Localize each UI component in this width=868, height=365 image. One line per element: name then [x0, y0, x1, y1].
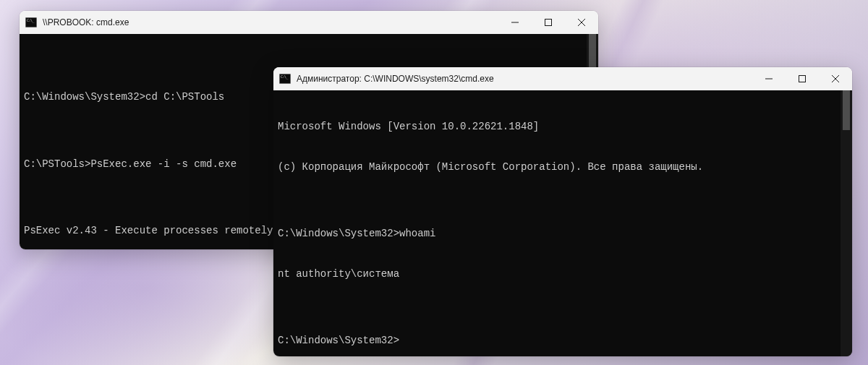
cmd-icon — [279, 73, 291, 85]
titlebar[interactable]: Администратор: C:\WINDOWS\system32\cmd.e… — [273, 67, 852, 90]
cmd-window-admin[interactable]: Администратор: C:\WINDOWS\system32\cmd.e… — [273, 67, 852, 356]
scrollbar-thumb[interactable] — [843, 90, 850, 130]
terminal-line: nt authority\система — [278, 267, 848, 281]
minimize-button[interactable] — [498, 11, 532, 34]
window-title: \\PROBOOK: cmd.exe — [43, 17, 498, 27]
terminal-output[interactable]: Microsoft Windows [Version 10.0.22621.18… — [273, 90, 852, 356]
window-controls — [498, 11, 598, 34]
window-title: Администратор: C:\WINDOWS\system32\cmd.e… — [297, 74, 752, 84]
terminal-line: C:\Windows\System32> — [278, 334, 848, 348]
svg-rect-1 — [545, 20, 552, 26]
terminal-line: Microsoft Windows [Version 10.0.22621.18… — [278, 120, 848, 134]
cmd-icon — [25, 17, 37, 28]
titlebar[interactable]: \\PROBOOK: cmd.exe — [20, 11, 598, 34]
minimize-button[interactable] — [752, 67, 786, 90]
svg-rect-5 — [799, 76, 806, 82]
maximize-button[interactable] — [786, 67, 819, 90]
terminal-line: (c) Корпорация Майкрософт (Microsoft Cor… — [278, 160, 848, 174]
window-controls — [752, 67, 852, 90]
scrollbar[interactable] — [841, 90, 852, 356]
terminal-line: C:\Windows\System32>whoami — [278, 227, 848, 241]
close-button[interactable] — [819, 67, 852, 90]
close-button[interactable] — [565, 11, 598, 34]
maximize-button[interactable] — [532, 11, 565, 34]
